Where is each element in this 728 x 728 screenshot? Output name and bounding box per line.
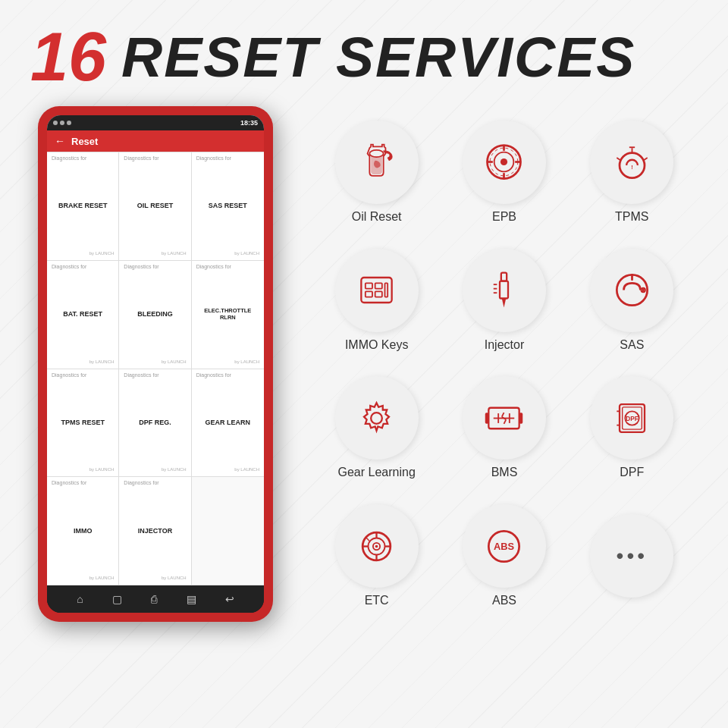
svg-text:!: ! [631, 164, 632, 171]
sas-label: SAS [620, 338, 644, 352]
grid-by-7: by LAUNCH [52, 467, 114, 472]
image-icon[interactable]: ▤ [187, 593, 196, 605]
grid-cell-injector[interactable]: Diagnostics for INJECTOR by LAUNCH [119, 477, 191, 585]
grid-name-3: SAS RESET [196, 161, 259, 251]
back-icon[interactable]: ↩ [225, 593, 234, 605]
dpf-circle: DPF [590, 376, 673, 460]
print-icon[interactable]: ⎙ [151, 593, 157, 605]
grid-cell-gear-learn[interactable]: Diagnostics for GEAR LEARN by LAUNCH [192, 369, 264, 478]
tpms-label: TPMS [615, 210, 648, 224]
abs-icon: ABS [483, 526, 525, 567]
more-circle: ••• [590, 514, 673, 598]
service-etc[interactable]: ETC [318, 497, 435, 614]
injector-label: Injector [485, 338, 524, 352]
dpf-label: DPF [620, 466, 644, 479]
grid-by-10: by LAUNCH [52, 576, 114, 580]
home-icon[interactable]: ⌂ [77, 593, 83, 605]
back-arrow-icon[interactable]: ← [55, 135, 65, 147]
grid-label-7: Diagnostics for [52, 372, 114, 378]
svg-rect-33 [485, 413, 489, 424]
grid-name-6: ELEC.THROTTLE RLRN [196, 269, 259, 359]
immo-keys-label: IMMO Keys [345, 338, 409, 352]
service-gear-learning[interactable]: Gear Learning [318, 370, 435, 487]
sas-icon [611, 269, 653, 311]
grid-label-9: Diagnostics for [196, 372, 259, 378]
grid-by-1: by LAUNCH [52, 251, 114, 256]
grid-name-11: INJECTOR [124, 485, 186, 576]
grid-name-8: DPF REG. [124, 378, 186, 468]
svg-rect-15 [366, 283, 372, 288]
app-header: ← Reset [47, 130, 264, 152]
svg-rect-16 [375, 283, 382, 288]
injector-circle [463, 249, 546, 332]
status-icons [53, 121, 71, 125]
service-tpms[interactable]: ! TPMS [574, 114, 690, 231]
grid-cell-oil-reset[interactable]: Diagnostics for OIL RESET by LAUNCH [119, 152, 191, 261]
svg-line-39 [504, 419, 507, 424]
tablet-nav: ⌂ ▢ ⎙ ▤ ↩ [47, 585, 264, 613]
grid-cell-sas-reset[interactable]: Diagnostics for SAS RESET by LAUNCH [192, 152, 264, 261]
grid-name-10: IMMO [52, 485, 114, 576]
grid-cell-bat-reset[interactable]: Diagnostics for BAT. RESET by LAUNCH [47, 261, 119, 369]
dpf-icon: DPF [611, 397, 653, 439]
grid-label-3: Diagnostics for [196, 155, 259, 161]
page-content: 16 RESET SERVICES 18:35 [0, 0, 728, 728]
service-oil-reset[interactable]: Oil Reset [318, 114, 435, 231]
service-immo-keys[interactable]: IMMO Keys [318, 242, 435, 359]
tpms-circle: ! [590, 121, 673, 204]
grid-cell-dpf-reg[interactable]: Diagnostics for DPF REG. by LAUNCH [119, 369, 191, 478]
service-abs[interactable]: ABS ABS [446, 497, 562, 614]
tablet-screen: 18:35 ← Reset Diagnostics for BRAKE RESE… [47, 115, 264, 585]
service-injector[interactable]: Injector [446, 242, 562, 359]
tpms-icon: ! [611, 141, 653, 183]
oil-reset-icon [356, 141, 397, 183]
svg-point-30 [371, 413, 382, 424]
etc-label: ETC [365, 594, 389, 607]
grid-by-8: by LAUNCH [124, 467, 186, 472]
gear-learning-icon [356, 397, 397, 439]
grid-cell-throttle[interactable]: Diagnostics for ELEC.THROTTLE RLRN by LA… [192, 261, 264, 369]
immo-keys-icon [356, 269, 397, 311]
tablet-inner: 18:35 ← Reset Diagnostics for BRAKE RESE… [47, 115, 264, 613]
square-icon[interactable]: ▢ [112, 593, 122, 605]
service-bms[interactable]: BMS [446, 370, 562, 487]
oil-reset-circle [335, 121, 419, 204]
grid-cell-bleeding[interactable]: Diagnostics for BLEEDING by LAUNCH [119, 261, 191, 369]
grid-cell-immo[interactable]: Diagnostics for IMMO by LAUNCH [47, 477, 119, 585]
oil-reset-label: Oil Reset [352, 210, 402, 224]
svg-rect-19 [385, 283, 388, 297]
abs-label: ABS [492, 594, 516, 607]
abs-circle: ABS [463, 504, 546, 588]
gear-learning-circle [335, 376, 419, 460]
bms-icon [483, 397, 525, 439]
grid-by-4: by LAUNCH [52, 359, 114, 364]
grid-by-2: by LAUNCH [124, 251, 186, 256]
grid-cell-brake-reset[interactable]: Diagnostics for BRAKE RESET by LAUNCH [47, 152, 119, 261]
svg-point-53 [375, 544, 378, 548]
service-dpf[interactable]: DPF DPF [574, 370, 690, 487]
status-dot-1 [53, 121, 58, 125]
grid-name-4: BAT. RESET [52, 269, 114, 359]
grid-label-6: Diagnostics for [196, 264, 259, 269]
grid-by-9: by LAUNCH [196, 467, 259, 472]
service-sas[interactable]: SAS [574, 242, 690, 359]
service-epb[interactable]: EPB [446, 114, 562, 231]
injector-icon [483, 269, 525, 311]
grid-cell-tpms-reset[interactable]: Diagnostics for TPMS RESET by LAUNCH [47, 369, 119, 478]
header-number: 16 [30, 23, 106, 91]
bms-circle [463, 376, 546, 460]
grid-by-3: by LAUNCH [196, 251, 259, 256]
grid-by-11: by LAUNCH [124, 576, 186, 580]
svg-point-0 [369, 150, 383, 157]
service-more[interactable]: ••• [574, 497, 690, 614]
immo-keys-circle [335, 249, 419, 332]
grid-by-5: by LAUNCH [124, 359, 186, 364]
grid-label-5: Diagnostics for [124, 264, 186, 269]
tablet-wrapper: 18:35 ← Reset Diagnostics for BRAKE RESE… [23, 106, 288, 622]
etc-icon [356, 526, 397, 567]
epb-icon [483, 141, 525, 183]
status-bar: 18:35 [47, 115, 264, 130]
status-dot-2 [60, 121, 64, 125]
more-dots-icon: ••• [617, 544, 648, 568]
etc-circle [335, 504, 419, 588]
